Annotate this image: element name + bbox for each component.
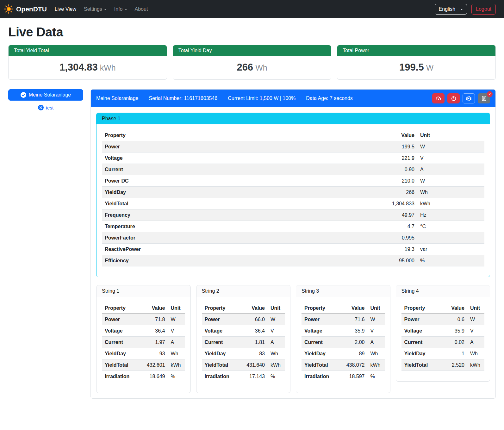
value-cell: 18.597	[339, 371, 368, 382]
string-1-card: String 1 Property Value Unit	[96, 285, 191, 393]
inverter-limit: Current Limit: 1,500 W | 100%	[228, 96, 296, 101]
phase-1-card: Phase 1 Property Value Unit Power199.5WV…	[96, 113, 490, 277]
table-header-row: Property Value Unit	[302, 302, 385, 314]
table-row: YieldTotal2.520kWh	[401, 359, 485, 371]
value-cell: 432.601	[139, 359, 168, 371]
property-cell: YieldTotal	[401, 359, 442, 371]
value-cell: 93	[139, 348, 168, 359]
nav-live-view[interactable]: Live View	[51, 4, 80, 15]
table-header-row: Property Value Unit	[401, 302, 485, 314]
value-cell: 35.9	[441, 325, 467, 337]
event-log-button[interactable]: 2	[478, 93, 490, 103]
string-2-table: Property Value Unit Power66.0WVoltage36.…	[202, 302, 285, 382]
property-cell: Temperature	[102, 221, 290, 232]
language-select[interactable]: English	[435, 4, 467, 15]
property-cell: Power DC	[102, 175, 290, 187]
nav-right: English Logout	[435, 4, 496, 15]
value-cell: 66.0	[239, 314, 268, 325]
event-count-badge: 2	[487, 91, 493, 97]
property-cell: Irradiation	[302, 371, 339, 382]
table-row: YieldTotal438.072kWh	[302, 359, 385, 371]
value-cell: 2.520	[441, 359, 467, 371]
unit-cell: W	[168, 314, 185, 325]
value-cell: 36.4	[239, 325, 268, 337]
table-row: Irradiation17.143%	[202, 371, 285, 382]
unit-cell: kWh	[368, 359, 385, 371]
unit-cell: Wh	[467, 348, 484, 359]
property-cell: Irradiation	[102, 371, 139, 382]
property-cell: Power	[401, 314, 442, 325]
table-header-row: Property Value Unit	[102, 302, 185, 314]
device-info-button[interactable]	[463, 93, 475, 103]
unit-cell: %	[268, 371, 285, 382]
property-cell: Power	[102, 314, 139, 325]
phase-table: Property Value Unit Power199.5WVoltage22…	[102, 130, 484, 266]
logout-button[interactable]: Logout	[471, 4, 496, 15]
property-cell: Voltage	[102, 153, 290, 164]
nav-settings[interactable]: Settings	[80, 4, 110, 15]
power-button[interactable]	[447, 93, 460, 103]
column-value: Value	[339, 302, 368, 314]
unit-cell: V	[268, 325, 285, 337]
journal-icon	[481, 96, 487, 101]
property-cell: Irradiation	[202, 371, 239, 382]
unit-cell: kWh	[268, 359, 285, 371]
unit-cell: kWh	[417, 198, 484, 209]
unit-cell: A	[467, 337, 484, 348]
table-row: ReactivePower19.3var	[102, 244, 484, 255]
limit-settings-button[interactable]	[432, 93, 445, 103]
unit-cell: W	[417, 141, 484, 153]
navbar: OpenDTU Live View Settings Info About En…	[0, 0, 504, 18]
table-row: YieldDay266Wh	[102, 187, 484, 198]
table-row: Voltage35.9V	[401, 325, 485, 337]
unit-cell: W	[467, 314, 484, 325]
table-row: Power66.0W	[202, 314, 285, 325]
property-cell: Power	[102, 141, 290, 153]
card-unit: W	[426, 63, 434, 72]
value-cell: 4.7	[290, 221, 417, 232]
property-cell: Voltage	[302, 325, 339, 337]
property-cell: ReactivePower	[102, 244, 290, 255]
table-row: Power199.5W	[102, 141, 484, 153]
string-title: String 2	[196, 285, 290, 297]
brand-link[interactable]: OpenDTU	[4, 4, 47, 14]
column-unit: Unit	[268, 302, 285, 314]
sun-icon	[4, 4, 14, 14]
table-row: Voltage36.4V	[102, 325, 185, 337]
sidebar-item-meine-solaranlage[interactable]: Meine Solaranlage	[8, 89, 83, 101]
value-cell: 1.97	[139, 337, 168, 348]
table-row: Frequency49.97Hz	[102, 209, 484, 221]
unit-cell: V	[467, 325, 484, 337]
unit-cell: kWh	[168, 359, 185, 371]
unit-cell: V	[168, 325, 185, 337]
unit-cell: %	[368, 371, 385, 382]
value-cell: 17.143	[239, 371, 268, 382]
check-circle-icon	[21, 92, 26, 98]
unit-cell: Wh	[268, 348, 285, 359]
table-row: Irradiation18.597%	[302, 371, 385, 382]
value-cell: 1	[441, 348, 467, 359]
value-cell: 266	[290, 187, 417, 198]
table-header-row: Property Value Unit	[102, 130, 484, 141]
unit-cell: Wh	[368, 348, 385, 359]
column-property: Property	[102, 130, 290, 141]
nav-info-label: Info	[114, 6, 123, 12]
nav-about[interactable]: About	[131, 4, 152, 15]
total-yield-total-card: Total Yield Total 1,304.83kWh	[8, 45, 167, 80]
string-3-card: String 3 Property Value Unit	[296, 285, 390, 393]
property-cell: YieldDay	[302, 348, 339, 359]
column-unit: Unit	[467, 302, 484, 314]
nav-links: Live View Settings Info About	[51, 4, 152, 15]
property-cell: YieldTotal	[102, 198, 290, 209]
sidebar-item-test[interactable]: test	[8, 105, 83, 110]
table-row: Power DC210.0W	[102, 175, 484, 187]
value-cell: 210.0	[290, 175, 417, 187]
chevron-down-icon	[460, 9, 463, 10]
string-title: String 4	[396, 285, 490, 297]
value-cell: 19.3	[290, 244, 417, 255]
value-cell: 36.4	[139, 325, 168, 337]
value-cell: 71.6	[339, 314, 368, 325]
nav-info[interactable]: Info	[111, 4, 131, 15]
unit-cell: Wh	[168, 348, 185, 359]
sidebar-item-label: test	[46, 105, 53, 110]
